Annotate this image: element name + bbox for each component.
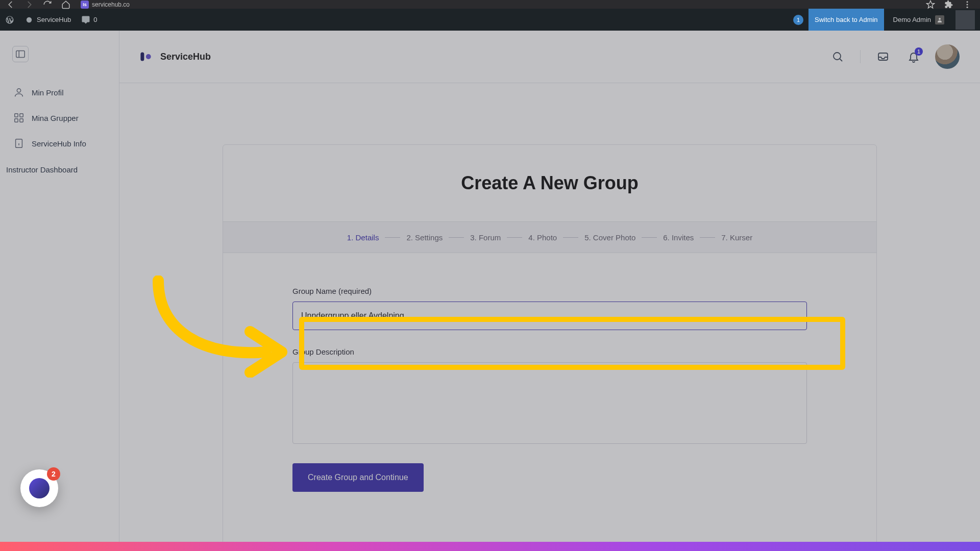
sidebar-item-min-profil[interactable]: Min Profil (0, 80, 119, 105)
switch-admin-link[interactable]: Switch back to Admin (808, 9, 884, 31)
group-name-field-group: Group Name (required) (292, 287, 807, 330)
sidebar-item-label: ServiceHub Info (32, 139, 86, 148)
step-separator (563, 237, 578, 238)
wp-extra-menu[interactable] (955, 10, 975, 30)
svg-rect-10 (20, 114, 23, 117)
recording-progress-bar (0, 542, 980, 551)
wp-comments[interactable]: 0 (81, 15, 97, 24)
step-invites[interactable]: 6. Invites (663, 233, 694, 242)
svg-rect-9 (15, 114, 18, 117)
step-separator (507, 237, 522, 238)
step-separator (642, 237, 657, 238)
wp-site[interactable]: ServiceHub (24, 15, 71, 24)
user-avatar[interactable] (935, 44, 960, 69)
sidebar-item-servicehub-info[interactable]: ServiceHub Info (0, 131, 119, 156)
step-separator (700, 237, 715, 238)
chat-launcher-button[interactable]: 2 (20, 469, 58, 507)
svg-rect-20 (878, 53, 888, 60)
svg-rect-11 (15, 119, 18, 122)
svg-point-18 (834, 53, 841, 60)
app-root: Min Profil Mina Grupper ServiceHub Info … (0, 31, 980, 551)
main-area: ServiceHub 1 Create A New Group (119, 31, 980, 551)
sidebar-item-mina-grupper[interactable]: Mina Grupper (0, 105, 119, 131)
wp-admin-bar: ServiceHub 0 1 Switch back to Admin Demo… (0, 9, 980, 31)
svg-point-1 (967, 4, 968, 5)
svg-point-17 (146, 54, 151, 59)
group-desc-label: Group Description (292, 347, 807, 356)
step-kurser[interactable]: 7. Kurser (721, 233, 752, 242)
wp-logo[interactable] (5, 15, 14, 24)
step-separator (385, 237, 400, 238)
home-icon[interactable] (60, 0, 71, 10)
sidebar-item-instructor-dashboard[interactable]: Instructor Dashboard (0, 156, 119, 183)
svg-rect-16 (140, 53, 144, 61)
step-separator (449, 237, 464, 238)
svg-point-0 (967, 1, 968, 3)
group-name-input[interactable] (292, 302, 807, 330)
svg-rect-12 (20, 119, 23, 122)
wp-user-menu[interactable]: Demo Admin (889, 15, 948, 24)
brand-mark-icon (140, 49, 154, 64)
step-forum[interactable]: 3. Forum (470, 233, 501, 242)
step-photo[interactable]: 4. Photo (528, 233, 557, 242)
svg-point-8 (17, 89, 20, 92)
create-group-button[interactable]: Create Group and Continue (292, 463, 424, 492)
step-details[interactable]: 1. Details (347, 233, 379, 242)
notifications-badge: 1 (915, 47, 923, 56)
topbar: ServiceHub 1 (119, 31, 980, 83)
inbox-icon[interactable] (872, 45, 894, 68)
step-tabs: 1. Details 2. Settings 3. Forum 4. Photo… (223, 221, 876, 253)
wp-comment-count: 0 (93, 16, 97, 23)
reload-icon[interactable] (42, 0, 53, 10)
group-name-label: Group Name (required) (292, 287, 807, 295)
page-title: Create A New Group (223, 145, 876, 221)
browser-chrome: Is servicehub.co (0, 0, 980, 9)
user-avatar-icon (935, 15, 944, 24)
launcher-badge: 2 (47, 467, 60, 481)
create-group-card: Create A New Group 1. Details 2. Setting… (223, 144, 877, 551)
svg-rect-6 (16, 51, 25, 58)
svg-point-5 (939, 18, 941, 20)
group-desc-field-group: Group Description (292, 347, 807, 446)
wp-update-badge[interactable]: 1 (793, 15, 803, 25)
brand-name-text: ServiceHub (160, 52, 211, 62)
divider (860, 50, 861, 63)
back-icon[interactable] (5, 0, 16, 10)
wp-site-name: ServiceHub (37, 16, 71, 23)
svg-point-4 (29, 19, 30, 20)
svg-line-19 (840, 59, 842, 61)
page-content: Create A New Group 1. Details 2. Setting… (119, 83, 980, 551)
group-desc-input[interactable] (292, 362, 807, 444)
url-text: servicehub.co (92, 1, 130, 8)
sidebar-item-label: Min Profil (32, 88, 64, 97)
sidebar-item-label: Mina Grupper (32, 114, 79, 122)
step-settings[interactable]: 2. Settings (406, 233, 443, 242)
brand[interactable]: ServiceHub (140, 49, 211, 64)
sidebar-collapse-button[interactable] (12, 46, 29, 62)
launcher-logo-icon (29, 478, 50, 498)
forward-icon[interactable] (23, 0, 35, 10)
favicon-icon: Is (81, 1, 89, 9)
notifications-icon[interactable]: 1 (902, 45, 925, 68)
search-icon[interactable] (826, 45, 849, 68)
url-display[interactable]: Is servicehub.co (79, 1, 130, 9)
wp-user-name: Demo Admin (893, 16, 931, 23)
svg-point-2 (967, 6, 968, 8)
step-cover-photo[interactable]: 5. Cover Photo (584, 233, 635, 242)
